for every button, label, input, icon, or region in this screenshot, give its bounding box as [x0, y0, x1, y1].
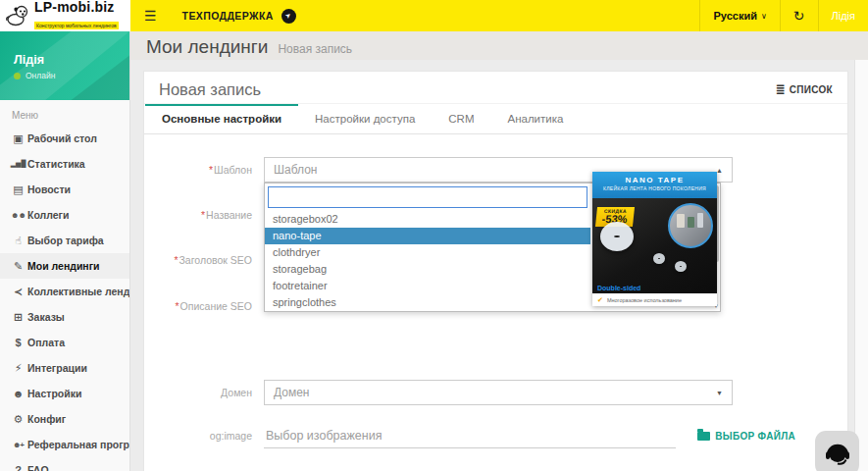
- app-window: LP-mobi.biz Конструктор мобильных лендин…: [0, 0, 868, 471]
- option-springclothes[interactable]: springclothes: [265, 294, 590, 311]
- sidebar-item-settings[interactable]: ☻ Настройки: [0, 381, 129, 406]
- sidebar-user-status: Онлайн: [14, 71, 55, 80]
- question-icon: ?: [9, 464, 27, 471]
- logo-text: LP-mobi.biz Конструктор мобильных лендин…: [34, 1, 119, 31]
- folder-icon: [697, 432, 710, 441]
- share-icon: ≺: [9, 286, 27, 298]
- cart-icon: ⊞: [9, 311, 27, 324]
- refresh-icon: ↻: [793, 8, 805, 24]
- user-icon: ☻: [9, 388, 27, 399]
- tab-analytics[interactable]: Аналитика: [490, 104, 580, 133]
- sidebar-item-tariff[interactable]: ☝ Выбор тарифа: [0, 228, 129, 253]
- sidebar-item-label: Настройки: [27, 388, 81, 399]
- refresh-button[interactable]: ↻: [780, 0, 818, 31]
- page-header: Мои лендинги Новая запись: [130, 31, 868, 60]
- sidebar-menu: ▣ Рабочий стол ▂▅█ Статистика ▤ Новости …: [0, 126, 129, 471]
- list-button[interactable]: ≣ СПИСОК: [775, 82, 833, 96]
- tape-roll-small-graphic: [675, 261, 687, 272]
- sidebar-item-integrations[interactable]: ⚡ Интеграции: [0, 355, 129, 381]
- option-storagebox02[interactable]: storagebox02: [265, 211, 590, 228]
- option-clothdryer[interactable]: clothdryer: [265, 244, 590, 261]
- og-image-input[interactable]: [264, 424, 676, 448]
- sidebar-item-my-landings[interactable]: ✎ Мои лендинги: [0, 253, 129, 279]
- sidebar-item-colleagues[interactable]: ☻☻ Коллеги: [0, 202, 129, 228]
- page-title: Мои лендинги: [146, 36, 268, 58]
- online-status-icon: [14, 73, 21, 79]
- template-search-input[interactable]: [268, 186, 587, 208]
- tab-main-settings[interactable]: Основные настройки: [145, 104, 298, 133]
- support-link[interactable]: ТЕХПОДДЕРЖКА ➤: [182, 0, 296, 31]
- template-label: *Шаблон: [144, 164, 264, 176]
- gears-icon: ⚙: [9, 413, 27, 426]
- tab-crm[interactable]: CRM: [432, 104, 490, 133]
- template-select-placeholder: Шаблон: [274, 163, 317, 177]
- telegram-icon: ➤: [281, 9, 296, 24]
- sidebar-item-config[interactable]: ⚙ Конфиг: [0, 406, 129, 432]
- check-icon: ✔: [597, 296, 603, 304]
- sidebar-item-faq[interactable]: ? FAQ: [0, 457, 129, 471]
- user-menu[interactable]: Лідія: [818, 0, 868, 31]
- plug-icon: ⚡: [9, 362, 27, 375]
- sidebar-user-panel: Лідія Онлайн: [0, 31, 129, 100]
- topbar-right: Русский ∨ ↻ Лідія: [699, 0, 868, 31]
- tab-access-settings[interactable]: Настройки доступа: [298, 104, 432, 133]
- list-icon: ≣: [775, 82, 785, 96]
- chevron-up-icon: ▲: [716, 167, 723, 174]
- sidebar-item-dashboard[interactable]: ▣ Рабочий стол: [0, 126, 129, 151]
- support-chat-widget[interactable]: [815, 431, 859, 471]
- menu-section-label: Меню: [0, 100, 129, 126]
- sidebar-item-payment[interactable]: $ Оплата: [0, 330, 129, 355]
- tab-bar: Основные настройки Настройки доступа CRM…: [144, 104, 847, 134]
- sidebar-toggle-button[interactable]: ☰: [134, 0, 167, 31]
- logo-title: LP-mobi.biz: [34, 1, 119, 14]
- sidebar-item-label: Оплата: [27, 337, 65, 348]
- headset-icon: [823, 439, 852, 468]
- preview-subtitle: КЛЕЙКАЯ ЛЕНТА НОВОГО ПОКОЛЕНИЯ: [592, 185, 717, 191]
- template-preview-image: NANO TAPE КЛЕЙКАЯ ЛЕНТА НОВОГО ПОКОЛЕНИЯ…: [592, 172, 717, 306]
- preview-inset-photo: [668, 203, 713, 248]
- page-scrollbar[interactable]: [854, 60, 868, 471]
- tab-label: Настройки доступа: [315, 113, 415, 125]
- sidebar-item-label: Новости: [27, 183, 71, 195]
- user-plus-icon: ☻+: [9, 441, 27, 449]
- sidebar-item-label: Рабочий стол: [27, 132, 97, 144]
- top-bar: LP-mobi.biz Конструктор мобильных лендин…: [0, 0, 868, 31]
- domain-select[interactable]: Домен ▼: [264, 380, 733, 405]
- sidebar-item-label: Реферальная программа: [27, 439, 129, 450]
- new-record-form: *Шаблон Шаблон ▲ storagebox02 nano-: [144, 134, 847, 448]
- preview-header: NANO TAPE КЛЕЙКАЯ ЛЕНТА НОВОГО ПОКОЛЕНИЯ: [592, 172, 717, 198]
- content-area: Новая запись ≣ СПИСОК Основные настройки…: [130, 60, 868, 471]
- sidebar-item-label: FAQ: [27, 464, 49, 471]
- sidebar-item-news[interactable]: ▤ Новости: [0, 177, 129, 202]
- name-label: *Название: [144, 209, 264, 221]
- sidebar: Лідія Онлайн Меню ▣ Рабочий стол ▂▅█ Ста…: [0, 31, 130, 471]
- sidebar-item-referral[interactable]: ☻+ Реферальная программа: [0, 432, 129, 457]
- preview-title: NANO TAPE: [592, 176, 717, 184]
- preview-feature-row: ✔ Многоразовое использование: [592, 293, 717, 306]
- sidebar-item-label: Конфиг: [27, 413, 66, 425]
- domain-label: Домен: [144, 387, 264, 398]
- sidebar-item-label: Выбор тарифа: [27, 235, 104, 246]
- sidebar-item-statistics[interactable]: ▂▅█ Статистика: [0, 151, 129, 177]
- pencil-icon: ✎: [9, 260, 27, 273]
- topbar-username: Лідія: [832, 10, 855, 22]
- sidebar-item-label: Заказы: [27, 311, 65, 323]
- hamburger-icon: ☰: [144, 8, 157, 24]
- choose-file-button[interactable]: ВЫБОР ФАЙЛА: [697, 431, 795, 442]
- language-dropdown[interactable]: Русский ∨: [699, 0, 779, 31]
- tab-label: Основные настройки: [162, 113, 281, 125]
- option-nano-tape[interactable]: nano-tape: [265, 228, 590, 244]
- option-storagebag[interactable]: storagebag: [265, 261, 590, 278]
- sidebar-item-collective-landings[interactable]: ≺ Коллективные лендинги: [0, 279, 129, 304]
- choose-file-label: ВЫБОР ФАЙЛА: [715, 431, 795, 442]
- logo[interactable]: LP-mobi.biz Конструктор мобильных лендин…: [0, 0, 130, 31]
- stats-icon: ▂▅█: [9, 160, 27, 168]
- option-footretainer[interactable]: footretainer: [265, 278, 590, 294]
- support-label: ТЕХПОДДЕРЖКА: [182, 10, 274, 22]
- tape-roll-graphic: [600, 222, 634, 251]
- sidebar-item-orders[interactable]: ⊞ Заказы: [0, 304, 129, 330]
- dollar-icon: $: [9, 337, 27, 348]
- list-button-label: СПИСОК: [790, 84, 833, 95]
- breadcrumb: Новая запись: [278, 42, 352, 56]
- card-header: Новая запись ≣ СПИСОК: [144, 72, 847, 104]
